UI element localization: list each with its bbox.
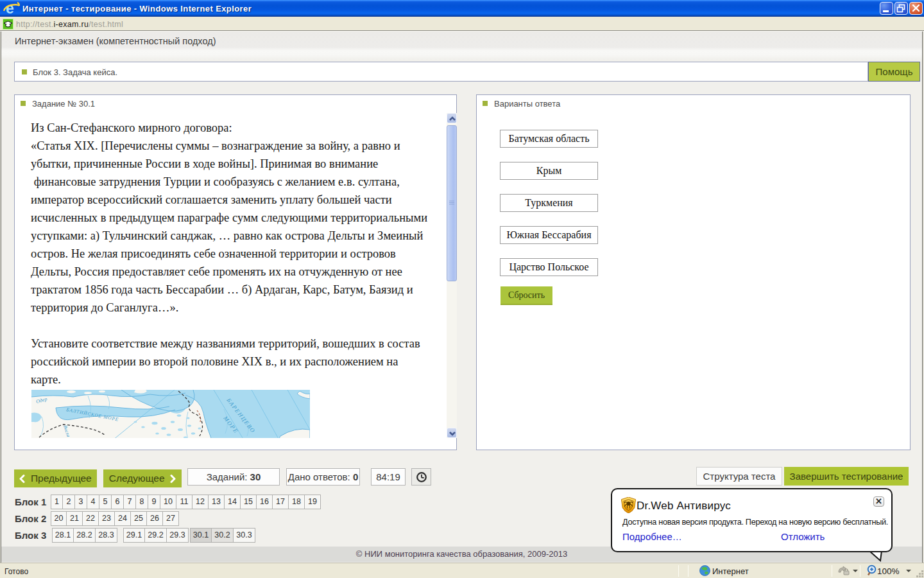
svg-text:e: e [6, 1, 14, 16]
